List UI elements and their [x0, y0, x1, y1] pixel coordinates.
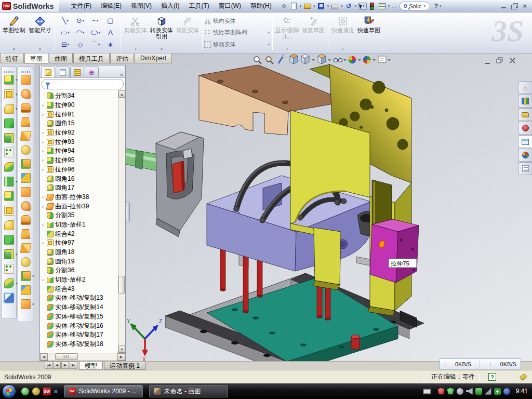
- next-tab-icon[interactable]: ▶: [61, 362, 69, 369]
- tree-item[interactable]: ▹切除-放样1: [41, 220, 118, 230]
- panel-splitter-handle[interactable]: [126, 202, 130, 222]
- select-tool-button[interactable]: ▾: [358, 3, 367, 10]
- tree-item[interactable]: 分割35: [41, 211, 118, 220]
- sync-tray-icon[interactable]: [475, 388, 482, 395]
- tree-item[interactable]: 圆角16: [41, 174, 118, 183]
- line-tool[interactable]: ╲▾: [58, 17, 73, 24]
- volume-icon[interactable]: [466, 388, 473, 395]
- feature-tool-icon[interactable]: [4, 249, 14, 259]
- selection-box-tool[interactable]: ▢: [103, 17, 118, 24]
- mirror-entities-button[interactable]: 镜向实体: [204, 17, 271, 25]
- search-input[interactable]: Solic: [409, 3, 421, 9]
- antivirus-tray-icon[interactable]: [438, 388, 445, 395]
- tab-mold-tools[interactable]: 模具工具: [73, 54, 110, 63]
- feature-tool-icon[interactable]: [4, 235, 14, 245]
- restore-button[interactable]: [511, 3, 517, 9]
- pin-icon[interactable]: [280, 2, 288, 10]
- teal-plate[interactable]: [207, 277, 398, 370]
- surface-tool-icon[interactable]: [21, 103, 31, 113]
- new-dropdown-icon[interactable]: ▾: [299, 4, 302, 8]
- surface-tool-icon[interactable]: [21, 117, 31, 127]
- menu-file[interactable]: 文件(F): [66, 0, 96, 12]
- start-button[interactable]: [2, 384, 16, 398]
- surface-tool-icon[interactable]: [21, 229, 31, 239]
- feature-tool-icon[interactable]: [4, 191, 14, 201]
- tree-item[interactable]: ▹拉伸91: [41, 110, 118, 119]
- spline-tool[interactable]: ~▾: [88, 17, 103, 24]
- feature-tool-icon[interactable]: [4, 118, 14, 128]
- surface-tool-icon[interactable]: [21, 299, 31, 309]
- feature-tool-icon[interactable]: [4, 264, 14, 274]
- tree-vertical-scrollbar[interactable]: ▲ ▼: [118, 90, 125, 353]
- status-help-icon[interactable]: ?: [488, 373, 496, 381]
- surface-tool-icon[interactable]: [21, 215, 31, 225]
- doc-restore-icon[interactable]: [497, 58, 502, 63]
- surface-tool-icon[interactable]: [21, 257, 31, 267]
- quick-launch-app-icon[interactable]: [32, 388, 40, 395]
- search-dropdown-icon[interactable]: ▾: [423, 4, 426, 8]
- undo-dropdown-icon[interactable]: ▾: [354, 4, 357, 8]
- surface-tool-icon[interactable]: [21, 89, 31, 99]
- feature-tool-icon[interactable]: [4, 104, 14, 114]
- tab-dimxpert[interactable]: DimXpert: [135, 54, 172, 63]
- tree-item[interactable]: 圆角17: [41, 183, 118, 193]
- tree-horizontal-scrollbar[interactable]: ◀ ⦀⦀⦀ ▶: [40, 353, 125, 361]
- panel-expand-icon[interactable]: »: [120, 71, 123, 77]
- surface-tool-icon[interactable]: [20, 131, 31, 141]
- slot-tool[interactable]: ⊟▾: [58, 41, 73, 48]
- scene-tab[interactable]: [518, 149, 532, 162]
- surface-tool-icon[interactable]: [21, 173, 31, 183]
- annotation-view-icon[interactable]: [378, 56, 391, 62]
- tag-icon[interactable]: [520, 373, 528, 381]
- first-tab-icon[interactable]: |◀: [45, 362, 52, 369]
- trim-dropdown-icon[interactable]: ▾: [135, 47, 137, 51]
- quick-launch-solidworks-icon[interactable]: SW: [43, 388, 51, 395]
- tree-item[interactable]: ▹拉伸94: [41, 147, 118, 156]
- tree-item[interactable]: 圆角18: [41, 248, 118, 257]
- print-dropdown-icon[interactable]: ▾: [340, 4, 343, 8]
- display-delete-dropdown-icon[interactable]: ▾: [286, 47, 288, 51]
- zoom-area-icon[interactable]: [266, 57, 273, 64]
- tree-item[interactable]: 实体-移动/复制17: [41, 330, 118, 340]
- rotate-view-icon[interactable]: [278, 55, 284, 63]
- tree-item[interactable]: ▹拉伸97: [41, 238, 118, 248]
- appearances-tab[interactable]: [518, 135, 532, 148]
- tree-item[interactable]: 组合42: [41, 229, 118, 238]
- quick-sketch-button[interactable]: 快速草图: [356, 14, 382, 52]
- feature-tool-icon[interactable]: [4, 177, 14, 187]
- section-view-icon[interactable]: [290, 54, 298, 64]
- traffic-light-icon[interactable]: [368, 2, 377, 10]
- polygon-tool[interactable]: ◇: [73, 41, 88, 48]
- design-library-tab[interactable]: [518, 95, 532, 108]
- tree-item[interactable]: ▹拉伸93: [41, 137, 118, 147]
- tree-item[interactable]: 组合43: [41, 284, 118, 294]
- surface-tool-icon[interactable]: [20, 243, 31, 253]
- open-dropdown-icon[interactable]: ▾: [313, 4, 316, 8]
- quick-snaps-dropdown-icon[interactable]: ▾: [342, 47, 344, 51]
- prev-tab-icon[interactable]: ◀: [53, 362, 61, 369]
- linear-sketch-pattern-button[interactable]: 线性草图阵列 ▾: [204, 29, 271, 36]
- point-tool[interactable]: ∗: [103, 41, 118, 48]
- toolbar-overflow[interactable]: …: [391, 3, 396, 9]
- open-icon[interactable]: [303, 2, 312, 10]
- surface-tool-icon[interactable]: [21, 187, 31, 197]
- save-dropdown-icon[interactable]: ▾: [327, 4, 330, 8]
- quick-launch-overflow-icon[interactable]: »: [54, 388, 58, 395]
- magenta-block[interactable]: [370, 219, 419, 283]
- tree-item[interactable]: ▹切除-放样2: [41, 275, 118, 285]
- tree-item[interactable]: 实体-移动/复制15: [41, 312, 118, 322]
- text-tool[interactable]: A: [103, 29, 118, 36]
- tree-filter-bar[interactable]: [42, 79, 124, 89]
- tree-item[interactable]: ▹拉伸95: [41, 156, 118, 165]
- search-box[interactable]: Solic ▾: [400, 2, 430, 10]
- network-warning-icon[interactable]: [485, 388, 491, 395]
- tab-surfaces[interactable]: 曲面: [49, 54, 73, 63]
- linear-pattern-dropdown-icon[interactable]: ▾: [268, 31, 270, 35]
- model-canvas[interactable]: 拉伸75 Y Z X: [126, 54, 532, 370]
- appearances-icon[interactable]: [349, 56, 361, 63]
- smart-dimension-dropdown-icon[interactable]: ▾: [39, 47, 41, 51]
- keyboard-layout-icon[interactable]: [423, 389, 431, 394]
- scroll-down-icon[interactable]: ▼: [118, 345, 125, 353]
- tab-sketch[interactable]: 草图: [24, 54, 48, 64]
- dimxpertmanager-tab[interactable]: ⊕: [85, 66, 99, 77]
